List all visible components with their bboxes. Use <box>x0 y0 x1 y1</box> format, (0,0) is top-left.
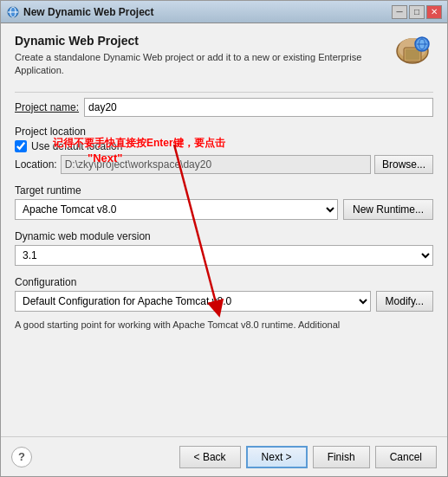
project-name-row: Project name: <box>15 98 433 117</box>
maximize-button[interactable]: □ <box>409 5 425 19</box>
use-default-row: Use default location <box>15 140 433 152</box>
web-module-select[interactable]: 3.1 <box>15 245 433 266</box>
project-location-label: Project location <box>15 126 433 138</box>
title-bar-buttons: ─ □ ✕ <box>392 5 442 19</box>
svg-rect-6 <box>406 49 419 60</box>
back-button[interactable]: < Back <box>179 446 241 468</box>
header-text: Dynamic Web Project Create a standalone … <box>15 34 385 78</box>
target-runtime-select[interactable]: Apache Tomcat v8.0 <box>15 199 338 220</box>
help-button[interactable]: ? <box>11 447 32 467</box>
title-bar-text: New Dynamic Web Project <box>23 6 388 18</box>
target-runtime-label: Target runtime <box>15 184 433 197</box>
main-window: New Dynamic Web Project ─ □ ✕ Dynamic We… <box>0 0 448 477</box>
use-default-checkbox[interactable] <box>15 140 27 152</box>
new-runtime-button[interactable]: New Runtime... <box>343 199 433 220</box>
project-name-label: Project name: <box>15 101 79 113</box>
close-button[interactable]: ✕ <box>426 5 442 19</box>
header-icon <box>392 34 433 75</box>
modify-button[interactable]: Modify... <box>376 291 433 312</box>
header-title: Dynamic Web Project <box>15 34 385 48</box>
location-input[interactable] <box>61 155 371 174</box>
header-section: Dynamic Web Project Create a standalone … <box>15 34 433 78</box>
configuration-row: Default Configuration for Apache Tomcat … <box>15 291 433 312</box>
location-label: Location: <box>15 158 57 171</box>
footer: ? < Back Next > Finish Cancel <box>1 436 447 476</box>
title-bar: New Dynamic Web Project ─ □ ✕ <box>1 1 447 23</box>
target-runtime-row: Apache Tomcat v8.0 New Runtime... <box>15 199 433 220</box>
finish-button[interactable]: Finish <box>313 446 370 468</box>
minimize-button[interactable]: ─ <box>392 5 407 19</box>
next-button[interactable]: Next > <box>246 446 308 468</box>
window-icon <box>6 5 20 19</box>
configuration-label: Configuration <box>15 276 433 288</box>
configuration-select[interactable]: Default Configuration for Apache Tomcat … <box>15 291 371 312</box>
divider-1 <box>15 92 433 93</box>
header-description: Create a standalone Dynamic Web project … <box>15 51 385 78</box>
web-module-label: Dynamic web module version <box>15 230 433 242</box>
location-row: Location: Browse... <box>15 155 433 174</box>
web-module-row: 3.1 <box>15 245 433 266</box>
project-name-input[interactable] <box>84 98 433 117</box>
cancel-button[interactable]: Cancel <box>375 446 437 468</box>
config-note: A good starting point for working with A… <box>15 319 433 332</box>
main-content: Dynamic Web Project Create a standalone … <box>1 23 447 436</box>
use-default-label: Use default location <box>31 140 122 152</box>
browse-button[interactable]: Browse... <box>374 155 433 174</box>
